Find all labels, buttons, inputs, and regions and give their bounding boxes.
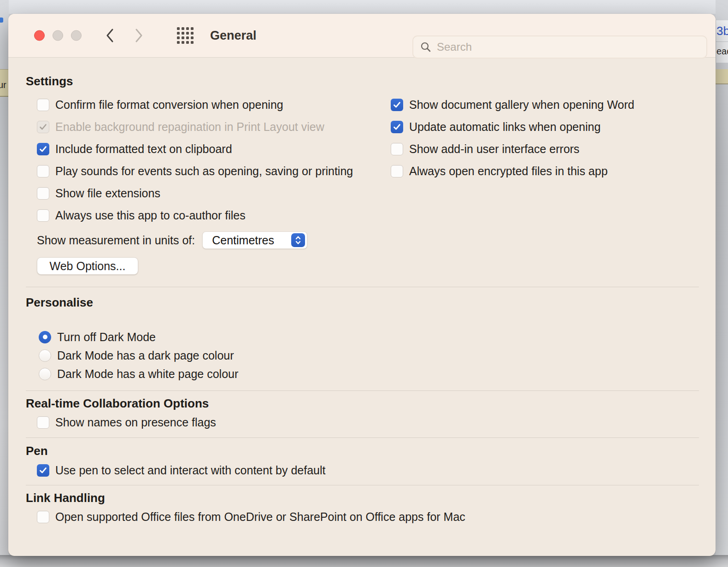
forward-button[interactable]: [135, 28, 144, 43]
search-field[interactable]: [412, 35, 707, 59]
window-controls: [34, 30, 82, 41]
background-window-top: [0, 0, 728, 14]
checkbox-encrypted-files[interactable]: [391, 165, 403, 177]
checkbox-label: Show document gallery when opening Word: [409, 98, 634, 112]
checkbox-row: Open supported Office files from OneDriv…: [37, 506, 699, 528]
checkbox-coauthor-files[interactable]: [37, 209, 49, 222]
section-divider: [26, 287, 699, 287]
checkbox-addin-errors[interactable]: [391, 143, 403, 155]
checkbox-label: Show add-in user interface errors: [409, 142, 580, 156]
radio-row: Dark Mode has a white page colour: [39, 365, 699, 383]
settings-right-column: Show document gallery when opening Word …: [391, 94, 634, 182]
show-all-preferences-icon[interactable]: [177, 27, 194, 44]
dark-mode-radio-group: Turn off Dark Mode Dark Mode has a dark …: [26, 328, 699, 383]
checkbox-label: Update automatic links when opening: [409, 120, 601, 134]
section-divider: [26, 390, 699, 391]
section-divider: [26, 485, 699, 485]
close-button[interactable]: [34, 30, 45, 41]
background-blue-fragment: [0, 18, 3, 23]
checkbox-row: Update automatic links when opening: [391, 116, 634, 138]
checkbox-play-sounds[interactable]: [37, 165, 49, 177]
checkbox-label: Open supported Office files from OneDriv…: [55, 510, 465, 524]
pen-heading: Pen: [26, 444, 699, 458]
collaboration-heading: Real-time Collaboration Options: [26, 396, 699, 410]
link-handling-heading: Link Handling: [26, 491, 699, 505]
checkbox-presence-flags[interactable]: [37, 416, 49, 429]
settings-heading: Settings: [26, 74, 699, 88]
zoom-button[interactable]: [71, 30, 82, 41]
radio-label: Dark Mode has a white page colour: [57, 367, 238, 381]
web-options-button[interactable]: Web Options...: [37, 257, 138, 275]
checkbox-row: Show document gallery when opening Word: [391, 94, 634, 116]
settings-grid: Confirm file format conversion when open…: [26, 94, 699, 226]
background-ribbon-fragment-right: [716, 69, 728, 84]
radio-label: Turn off Dark Mode: [57, 331, 156, 344]
select-stepper-icon: [291, 233, 305, 247]
checkbox-document-gallery[interactable]: [391, 99, 403, 111]
radio-dark-mode-white-page[interactable]: [39, 368, 51, 380]
checkbox-include-formatted-text[interactable]: [37, 143, 49, 155]
title-bar: General: [8, 14, 716, 58]
preferences-content: Settings Confirm file format conversion …: [8, 74, 716, 528]
back-button[interactable]: [105, 28, 114, 43]
checkbox-row: Show names on presence flags: [37, 411, 699, 433]
radio-dark-mode-dark-page[interactable]: [39, 349, 51, 362]
measurement-units-label: Show measurement in units of:: [37, 234, 195, 247]
checkbox-label: Confirm file format conversion when open…: [55, 98, 283, 112]
checkbox-confirm-file-format[interactable]: [37, 99, 49, 111]
background-style-name-text: ead: [716, 46, 728, 57]
checkbox-row: Always use this app to co-author files: [37, 204, 699, 226]
checkbox-show-file-extensions[interactable]: [37, 187, 49, 200]
checkbox-row: Show add-in user interface errors: [391, 138, 634, 160]
nav-controls: [105, 28, 144, 43]
background-window-right: [716, 0, 728, 567]
checkbox-label: Use pen to select and interact with cont…: [55, 464, 325, 477]
radio-turn-off-dark-mode[interactable]: [39, 331, 51, 343]
background-window-bottom: [0, 555, 728, 567]
checkbox-update-automatic-links[interactable]: [391, 121, 403, 133]
checkbox-label: Show names on presence flags: [55, 416, 216, 429]
minimize-button[interactable]: [53, 30, 63, 41]
preferences-dialog: General Settings Confirm file format con…: [8, 14, 716, 556]
measurement-units-value: Centimetres: [212, 234, 291, 247]
section-divider: [26, 437, 699, 438]
personalise-heading: Personalise: [26, 295, 699, 309]
measurement-units-row: Show measurement in units of: Centimetre…: [37, 231, 699, 249]
divider: [716, 41, 728, 42]
checkbox-label: Include formatted text on clipboard: [55, 142, 232, 156]
checkbox-label: Always use this app to co-author files: [55, 209, 246, 222]
checkbox-row: Use pen to select and interact with cont…: [37, 459, 699, 481]
checkbox-pen-select[interactable]: [37, 464, 49, 477]
checkbox-label: Play sounds for events such as opening, …: [55, 165, 353, 178]
checkbox-row: Show file extensions: [37, 182, 699, 204]
page-title: General: [210, 29, 257, 43]
radio-label: Dark Mode has a dark page colour: [57, 349, 234, 362]
checkbox-open-office-files[interactable]: [37, 511, 49, 523]
background-style-gallery-fragment: 3bC ead: [716, 20, 728, 63]
checkbox-background-repagination: [37, 121, 49, 133]
checkbox-label: Enable background repagination in Print …: [55, 120, 324, 134]
background-ribbon-fragment-left: ur: [0, 69, 9, 97]
checkbox-label: Show file extensions: [55, 187, 160, 200]
checkbox-label: Always open encrypted files in this app: [409, 165, 608, 178]
radio-row: Dark Mode has a dark page colour: [39, 346, 699, 365]
search-input[interactable]: [437, 41, 700, 53]
measurement-units-select[interactable]: Centimetres: [202, 231, 307, 249]
radio-row: Turn off Dark Mode: [39, 328, 699, 346]
search-icon: [420, 41, 432, 53]
background-fragment-text: ur: [0, 80, 6, 90]
background-style-preview-text: 3bC: [716, 24, 728, 38]
checkbox-row: Always open encrypted files in this app: [391, 160, 634, 182]
